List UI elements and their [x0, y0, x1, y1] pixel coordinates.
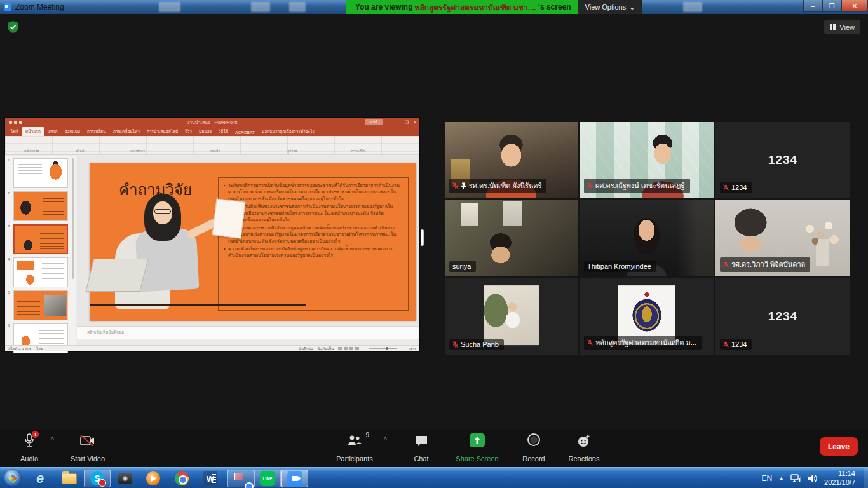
- zoom-out-icon[interactable]: -: [363, 347, 365, 351]
- view-options-button[interactable]: View Options ⌄: [578, 0, 642, 14]
- thumb-number: 4: [8, 257, 11, 287]
- taskbar-file-explorer[interactable]: [56, 470, 83, 487]
- taskbar-chrome-profile[interactable]: [227, 470, 254, 487]
- leave-button[interactable]: Leave: [820, 437, 858, 456]
- video-tile-sucha[interactable]: Sucha Panb: [445, 278, 578, 355]
- video-tile-nattapong[interactable]: ผศ.ดร.ณัฐพงษ์ เตชะรัตนเสฏฐ์: [580, 122, 714, 198]
- security-shield-icon[interactable]: [8, 21, 18, 33]
- ppt-minimize-button[interactable]: –: [398, 120, 400, 125]
- participants-button[interactable]: 9 Participants: [334, 433, 375, 463]
- audio-button[interactable]: ! Audio: [11, 433, 47, 463]
- chat-button[interactable]: Chat: [406, 433, 437, 463]
- share-screen-button[interactable]: Share Screen: [452, 433, 503, 463]
- zoom-control-bar: ! Audio ^ Start Video 9 Participants ^ C…: [0, 429, 868, 467]
- illustration-paper: [212, 198, 246, 238]
- video-tile-1234-top[interactable]: 1234 1234: [715, 122, 850, 198]
- slide-thumbnail-4[interactable]: 4: [8, 257, 69, 287]
- zoom-slider[interactable]: [369, 348, 397, 349]
- ppt-tab-transitions[interactable]: การเปลี่ยน: [84, 127, 109, 136]
- ppt-restore-button[interactable]: ❐: [405, 120, 409, 125]
- language-switcher[interactable]: EN: [761, 474, 772, 483]
- ppt-group-slides: สไลด์: [76, 149, 84, 154]
- video-tile-thitipan-active-speaker[interactable]: Thitipan Kromyindee: [580, 200, 714, 276]
- restore-button[interactable]: ❐: [822, 0, 841, 12]
- ppt-document-title: งานนำเสนอ - PowerPoint: [187, 119, 238, 126]
- thumbnail-scrollbar[interactable]: [72, 158, 74, 279]
- participant-label: Sucha Panb: [449, 339, 504, 350]
- ppt-tab-review[interactable]: รีวิว: [182, 127, 195, 136]
- close-button[interactable]: ✕: [841, 0, 868, 12]
- ppt-ribbon[interactable]: คลิปบอร์ด สไลด์ แบบอักษร ย่อหน้า รูปวาด …: [5, 136, 419, 155]
- ppt-thumbnail-panel[interactable]: 1 2 3 4 5: [5, 156, 76, 345]
- video-tile-suriya[interactable]: suriya: [445, 200, 578, 276]
- show-desktop-button[interactable]: [864, 468, 868, 488]
- taskbar-chrome[interactable]: [168, 470, 195, 487]
- ppt-tellme-box[interactable]: บอกฉันว่าคุณต้องการทำอะไร: [259, 127, 318, 136]
- ppt-close-button[interactable]: ✕: [413, 120, 417, 125]
- participant-name: รศ.ดร.วิภาวี พิจิตบันดาล: [731, 259, 805, 270]
- taskbar-camera-app[interactable]: [112, 470, 139, 487]
- taskbar-internet-explorer[interactable]: e: [27, 470, 53, 487]
- window-controls: – ❐ ✕: [803, 0, 868, 13]
- reactions-button[interactable]: Reactions: [564, 433, 604, 463]
- mic-muted-icon: [723, 184, 729, 191]
- record-button[interactable]: Record: [516, 433, 552, 463]
- slide-bullet: ความเชื่อมโยงระหว่างการเปิดรับข้อมูลข่าว…: [224, 246, 403, 259]
- current-slide[interactable]: คำถามวิจัย ระดับพฤติกรรมการเปิดรับข้อมูล…: [90, 163, 416, 321]
- notes-toggle[interactable]: บันทึกย่อ: [299, 346, 313, 352]
- folder-icon: [62, 473, 77, 484]
- ppt-tab-file[interactable]: ไฟล์: [8, 127, 22, 136]
- view-mode-icons[interactable]: [338, 347, 359, 350]
- comments-toggle[interactable]: ข้อคิดเห็น: [318, 346, 334, 352]
- view-options-label: View Options: [585, 3, 627, 11]
- video-tile-wipawee[interactable]: รศ.ดร.วิภาวี พิจิตบันดาล: [715, 200, 850, 276]
- language-indicator[interactable]: ไทย: [36, 346, 43, 352]
- ppt-tab-slideshow[interactable]: การนำเสนอสไลด์: [144, 127, 181, 136]
- ppt-tab-home[interactable]: หน้าแรก: [22, 127, 44, 136]
- ppt-tab-design[interactable]: ออกแบบ: [62, 127, 83, 136]
- ppt-tab-insert[interactable]: แทรก: [44, 127, 61, 136]
- speaker-icon[interactable]: [808, 474, 818, 483]
- taskbar-zoom-active[interactable]: [281, 470, 308, 487]
- slide-thumbnail-1[interactable]: 1: [8, 158, 69, 188]
- pane-resize-grip[interactable]: [421, 229, 424, 246]
- ppt-window-controls: – ❐ ✕: [398, 120, 417, 125]
- view-layout-button[interactable]: View: [824, 20, 860, 34]
- video-tile-bandhit[interactable]: รศ.ดร.บัณฑิต ผังนิรันดร์: [445, 122, 578, 198]
- participant-label: รศ.ดร.วิภาวี พิจิตบันดาล: [720, 257, 810, 272]
- window-title: Zoom Meeting: [15, 3, 64, 11]
- zoom-taskbar-icon: [287, 471, 302, 486]
- ppt-tab-acrobat[interactable]: ACROBAT: [232, 129, 258, 136]
- slide-thumbnail-3-selected[interactable]: 3: [8, 224, 69, 254]
- participant-name: หลักสูตรรัฐศาสตรมหาบัณฑิต ม...: [595, 337, 696, 348]
- taskbar-skype[interactable]: S: [84, 470, 111, 487]
- zoom-percent[interactable]: 78%: [409, 347, 416, 351]
- minimize-button[interactable]: –: [803, 0, 822, 12]
- taskbar-clock[interactable]: 11:14 2021/10/7: [824, 470, 862, 487]
- ppt-group-paragraph: ย่อหน้า: [210, 149, 220, 154]
- tray-expand-icon[interactable]: ▲: [778, 475, 784, 482]
- start-button[interactable]: [4, 469, 22, 487]
- slide-thumbnail-2[interactable]: 2: [8, 191, 69, 221]
- taskbar-media-player[interactable]: [140, 470, 166, 487]
- network-icon[interactable]: [790, 473, 801, 483]
- chevron-down-icon: ⌄: [629, 3, 635, 11]
- taskbar-word[interactable]: W: [197, 470, 224, 487]
- grid-view-icon: [830, 24, 836, 30]
- participants-options-caret[interactable]: ^: [384, 437, 387, 444]
- ppt-tab-help[interactable]: วิธีใช้: [215, 127, 231, 136]
- taskbar-line[interactable]: LINE: [254, 470, 281, 487]
- taskbar-ghost: [159, 2, 180, 12]
- ppt-quick-access-toolbar[interactable]: [9, 121, 22, 124]
- audio-options-caret[interactable]: ^: [51, 437, 54, 444]
- video-tile-program-account[interactable]: หลักสูตรรัฐศาสตรมหาบัณฑิต ม...: [580, 278, 714, 355]
- ppt-tab-view[interactable]: มุมมอง: [196, 127, 215, 136]
- ppt-tab-animations[interactable]: ภาพเคลื่อนไหว: [110, 127, 143, 136]
- ppt-notes-pane[interactable]: คลิกเพื่อเพิ่มบันทึกย่อ: [77, 326, 419, 339]
- slide-thumbnail-5[interactable]: 5: [8, 290, 69, 320]
- video-tile-1234-bottom[interactable]: 1234 1234: [715, 278, 850, 355]
- zoom-in-icon[interactable]: +: [402, 347, 404, 351]
- start-video-button[interactable]: Start Video: [65, 433, 110, 463]
- ppt-share-button[interactable]: แชร์: [365, 119, 383, 125]
- audio-alert-badge: !: [32, 431, 39, 438]
